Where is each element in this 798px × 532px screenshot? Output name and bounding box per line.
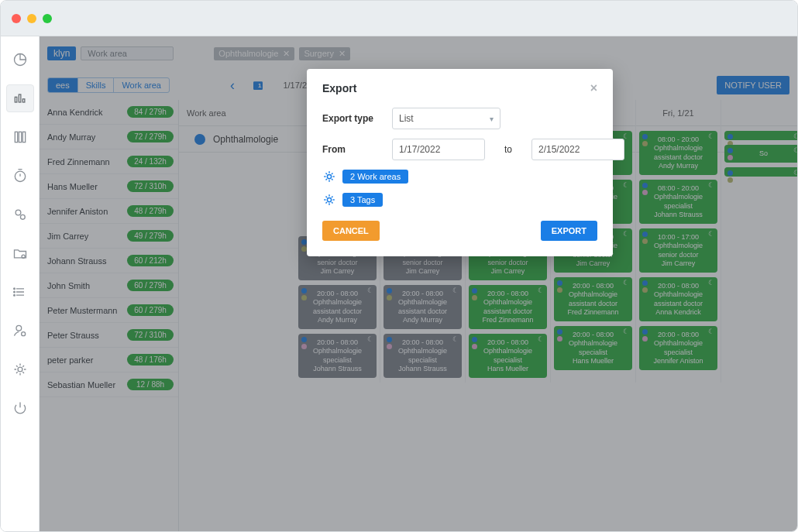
modal-title: Export bbox=[322, 82, 356, 94]
power-icon[interactable] bbox=[6, 394, 34, 422]
svg-point-13 bbox=[13, 294, 15, 296]
modal-close-button[interactable]: × bbox=[590, 81, 597, 95]
svg-rect-1 bbox=[15, 97, 17, 102]
from-date-input[interactable]: 1/17/2022 bbox=[392, 139, 485, 160]
svg-rect-3 bbox=[22, 99, 25, 102]
window-maximize-icon[interactable] bbox=[43, 14, 52, 23]
window-close-icon[interactable] bbox=[12, 14, 21, 23]
bar-chart-icon[interactable] bbox=[6, 84, 34, 112]
gears-icon[interactable] bbox=[6, 201, 34, 228]
svg-point-8 bbox=[15, 210, 21, 215]
export-button[interactable]: EXPORT bbox=[541, 221, 597, 241]
svg-point-15 bbox=[21, 332, 25, 336]
svg-point-7 bbox=[15, 171, 25, 181]
export-type-label: Export type bbox=[322, 113, 384, 124]
to-label: to bbox=[493, 144, 524, 155]
svg-point-19 bbox=[327, 197, 331, 201]
tags-chip[interactable]: 3 Tags bbox=[342, 193, 383, 207]
stopwatch-icon[interactable] bbox=[6, 162, 34, 190]
svg-point-18 bbox=[327, 174, 331, 178]
export-modal: Export × Export type List ▾ From 1/17/20… bbox=[307, 69, 613, 256]
content: klyn Work area Ophthalmologie✕ Surgery✕ … bbox=[1, 36, 797, 531]
gear-icon[interactable] bbox=[322, 193, 336, 207]
settings-icon[interactable] bbox=[6, 355, 34, 383]
svg-point-12 bbox=[13, 291, 15, 293]
svg-point-11 bbox=[13, 288, 15, 290]
titlebar bbox=[1, 1, 797, 36]
cancel-button[interactable]: CANCEL bbox=[322, 221, 380, 241]
work-areas-chip[interactable]: 2 Work areas bbox=[342, 170, 408, 184]
svg-rect-5 bbox=[19, 132, 21, 142]
svg-point-16 bbox=[18, 367, 22, 372]
svg-rect-4 bbox=[15, 132, 17, 142]
window-minimize-icon[interactable] bbox=[27, 14, 36, 23]
chevron-down-icon: ▾ bbox=[490, 115, 494, 123]
folder-gear-icon[interactable] bbox=[6, 239, 34, 267]
user-gear-icon[interactable] bbox=[6, 317, 34, 345]
svg-point-14 bbox=[16, 325, 22, 331]
from-label: From bbox=[322, 144, 384, 155]
svg-point-9 bbox=[20, 215, 25, 219]
svg-rect-2 bbox=[19, 94, 21, 102]
svg-point-10 bbox=[22, 255, 25, 258]
list-icon[interactable] bbox=[6, 278, 34, 306]
svg-rect-6 bbox=[22, 132, 25, 142]
export-type-value: List bbox=[399, 113, 414, 124]
export-type-select[interactable]: List ▾ bbox=[392, 108, 500, 129]
pie-icon[interactable] bbox=[6, 46, 34, 74]
app-window: klyn Work area Ophthalmologie✕ Surgery✕ … bbox=[0, 0, 798, 532]
to-date-input[interactable]: 2/15/2022 bbox=[531, 139, 624, 160]
gear-icon[interactable] bbox=[322, 170, 336, 184]
books-icon[interactable] bbox=[6, 123, 34, 151]
nav-rail bbox=[1, 36, 40, 531]
